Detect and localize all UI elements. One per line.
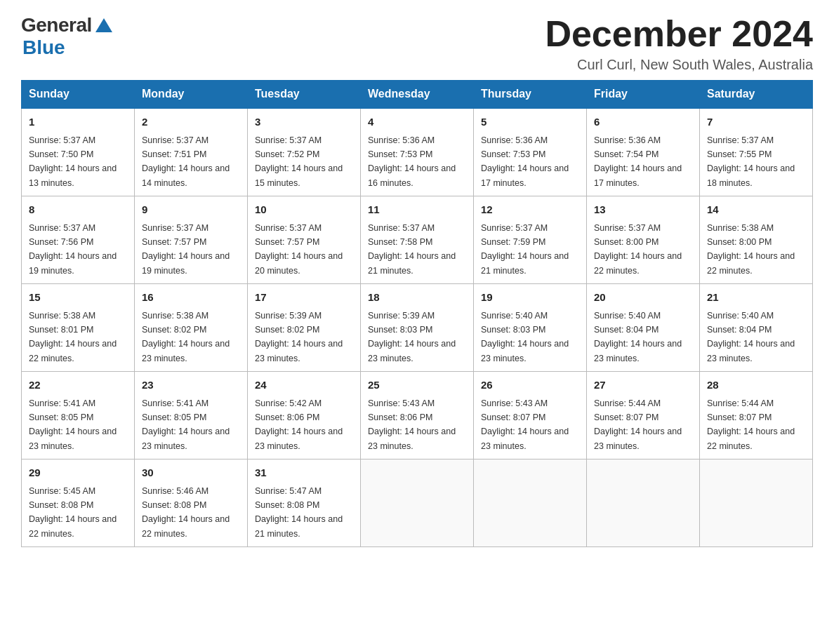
day-info: Sunrise: 5:37 AMSunset: 7:57 PMDaylight:… xyxy=(142,223,230,276)
page-header: General Blue December 2024 Curl Curl, Ne… xyxy=(21,14,813,73)
day-number: 22 xyxy=(29,377,127,394)
calendar-cell: 8Sunrise: 5:37 AMSunset: 7:56 PMDaylight… xyxy=(22,196,135,284)
day-info: Sunrise: 5:47 AMSunset: 8:08 PMDaylight:… xyxy=(255,486,343,539)
day-number: 27 xyxy=(594,377,692,394)
day-number: 12 xyxy=(481,202,579,218)
day-info: Sunrise: 5:44 AMSunset: 8:07 PMDaylight:… xyxy=(707,398,795,451)
calendar-cell xyxy=(474,459,587,547)
day-info: Sunrise: 5:40 AMSunset: 8:04 PMDaylight:… xyxy=(707,311,795,363)
calendar-cell: 3Sunrise: 5:37 AMSunset: 7:52 PMDaylight… xyxy=(248,108,361,196)
day-number: 18 xyxy=(368,290,466,306)
day-info: Sunrise: 5:37 AMSunset: 7:56 PMDaylight:… xyxy=(29,223,117,276)
header-tuesday: Tuesday xyxy=(248,81,361,109)
calendar-cell: 14Sunrise: 5:38 AMSunset: 8:00 PMDayligh… xyxy=(700,196,813,284)
calendar-cell: 17Sunrise: 5:39 AMSunset: 8:02 PMDayligh… xyxy=(248,284,361,372)
calendar-cell: 24Sunrise: 5:42 AMSunset: 8:06 PMDayligh… xyxy=(248,372,361,459)
day-info: Sunrise: 5:42 AMSunset: 8:06 PMDaylight:… xyxy=(255,398,343,451)
day-number: 7 xyxy=(707,114,805,130)
week-row-1: 1Sunrise: 5:37 AMSunset: 7:50 PMDaylight… xyxy=(22,108,813,196)
day-info: Sunrise: 5:37 AMSunset: 8:00 PMDaylight:… xyxy=(594,223,682,276)
calendar-cell: 11Sunrise: 5:37 AMSunset: 7:58 PMDayligh… xyxy=(361,196,474,284)
day-number: 19 xyxy=(481,290,579,306)
day-info: Sunrise: 5:45 AMSunset: 8:08 PMDaylight:… xyxy=(29,486,117,539)
day-info: Sunrise: 5:36 AMSunset: 7:54 PMDaylight:… xyxy=(594,135,682,188)
calendar-cell: 28Sunrise: 5:44 AMSunset: 8:07 PMDayligh… xyxy=(700,372,813,459)
header-monday: Monday xyxy=(135,81,248,109)
weekday-header-row: SundayMondayTuesdayWednesdayThursdayFrid… xyxy=(22,81,813,109)
day-info: Sunrise: 5:38 AMSunset: 8:00 PMDaylight:… xyxy=(707,223,795,276)
header-wednesday: Wednesday xyxy=(361,81,474,109)
day-number: 10 xyxy=(255,202,353,218)
calendar-cell: 29Sunrise: 5:45 AMSunset: 8:08 PMDayligh… xyxy=(22,459,135,547)
day-number: 21 xyxy=(707,290,805,306)
calendar-cell: 26Sunrise: 5:43 AMSunset: 8:07 PMDayligh… xyxy=(474,372,587,459)
calendar-cell: 2Sunrise: 5:37 AMSunset: 7:51 PMDaylight… xyxy=(135,108,248,196)
day-number: 13 xyxy=(594,202,692,218)
day-info: Sunrise: 5:44 AMSunset: 8:07 PMDaylight:… xyxy=(594,398,682,451)
location-subtitle: Curl Curl, New South Wales, Australia xyxy=(545,57,813,73)
day-number: 15 xyxy=(29,290,127,306)
day-number: 25 xyxy=(368,377,466,394)
day-info: Sunrise: 5:41 AMSunset: 8:05 PMDaylight:… xyxy=(29,398,117,451)
day-number: 3 xyxy=(255,114,353,130)
calendar-cell: 25Sunrise: 5:43 AMSunset: 8:06 PMDayligh… xyxy=(361,372,474,459)
day-info: Sunrise: 5:39 AMSunset: 8:03 PMDaylight:… xyxy=(368,311,456,363)
calendar-cell: 23Sunrise: 5:41 AMSunset: 8:05 PMDayligh… xyxy=(135,372,248,459)
calendar-cell xyxy=(700,459,813,547)
day-number: 16 xyxy=(142,290,240,306)
calendar-cell: 1Sunrise: 5:37 AMSunset: 7:50 PMDaylight… xyxy=(22,108,135,196)
day-number: 5 xyxy=(481,114,579,130)
title-section: December 2024 Curl Curl, New South Wales… xyxy=(545,14,813,73)
day-info: Sunrise: 5:41 AMSunset: 8:05 PMDaylight:… xyxy=(142,398,230,451)
logo: General Blue xyxy=(21,14,112,59)
calendar-cell: 13Sunrise: 5:37 AMSunset: 8:00 PMDayligh… xyxy=(587,196,700,284)
calendar-cell: 15Sunrise: 5:38 AMSunset: 8:01 PMDayligh… xyxy=(22,284,135,372)
calendar-cell xyxy=(587,459,700,547)
calendar-cell: 9Sunrise: 5:37 AMSunset: 7:57 PMDaylight… xyxy=(135,196,248,284)
calendar-cell: 30Sunrise: 5:46 AMSunset: 8:08 PMDayligh… xyxy=(135,459,248,547)
calendar-cell: 22Sunrise: 5:41 AMSunset: 8:05 PMDayligh… xyxy=(22,372,135,459)
day-number: 26 xyxy=(481,377,579,394)
week-row-5: 29Sunrise: 5:45 AMSunset: 8:08 PMDayligh… xyxy=(22,459,813,547)
day-info: Sunrise: 5:46 AMSunset: 8:08 PMDaylight:… xyxy=(142,486,230,539)
day-info: Sunrise: 5:43 AMSunset: 8:06 PMDaylight:… xyxy=(368,398,456,451)
day-number: 6 xyxy=(594,114,692,130)
calendar-cell: 12Sunrise: 5:37 AMSunset: 7:59 PMDayligh… xyxy=(474,196,587,284)
calendar-cell: 5Sunrise: 5:36 AMSunset: 7:53 PMDaylight… xyxy=(474,108,587,196)
calendar-cell: 7Sunrise: 5:37 AMSunset: 7:55 PMDaylight… xyxy=(700,108,813,196)
day-number: 17 xyxy=(255,290,353,306)
calendar-cell: 10Sunrise: 5:37 AMSunset: 7:57 PMDayligh… xyxy=(248,196,361,284)
day-info: Sunrise: 5:43 AMSunset: 8:07 PMDaylight:… xyxy=(481,398,569,451)
calendar-table: SundayMondayTuesdayWednesdayThursdayFrid… xyxy=(21,80,813,547)
day-info: Sunrise: 5:37 AMSunset: 7:58 PMDaylight:… xyxy=(368,223,456,276)
week-row-2: 8Sunrise: 5:37 AMSunset: 7:56 PMDaylight… xyxy=(22,196,813,284)
day-info: Sunrise: 5:38 AMSunset: 8:01 PMDaylight:… xyxy=(29,311,117,363)
calendar-cell: 18Sunrise: 5:39 AMSunset: 8:03 PMDayligh… xyxy=(361,284,474,372)
calendar-cell xyxy=(361,459,474,547)
logo-general-text: General xyxy=(21,14,92,36)
day-info: Sunrise: 5:37 AMSunset: 7:55 PMDaylight:… xyxy=(707,135,795,188)
day-number: 14 xyxy=(707,202,805,218)
day-number: 9 xyxy=(142,202,240,218)
day-info: Sunrise: 5:40 AMSunset: 8:04 PMDaylight:… xyxy=(594,311,682,363)
day-info: Sunrise: 5:37 AMSunset: 7:51 PMDaylight:… xyxy=(142,135,230,188)
day-number: 4 xyxy=(368,114,466,130)
day-info: Sunrise: 5:37 AMSunset: 7:50 PMDaylight:… xyxy=(29,135,117,188)
week-row-3: 15Sunrise: 5:38 AMSunset: 8:01 PMDayligh… xyxy=(22,284,813,372)
day-number: 2 xyxy=(142,114,240,130)
day-number: 28 xyxy=(707,377,805,394)
calendar-cell: 6Sunrise: 5:36 AMSunset: 7:54 PMDaylight… xyxy=(587,108,700,196)
header-saturday: Saturday xyxy=(700,81,813,109)
calendar-cell: 27Sunrise: 5:44 AMSunset: 8:07 PMDayligh… xyxy=(587,372,700,459)
day-info: Sunrise: 5:39 AMSunset: 8:02 PMDaylight:… xyxy=(255,311,343,363)
day-number: 24 xyxy=(255,377,353,394)
day-info: Sunrise: 5:36 AMSunset: 7:53 PMDaylight:… xyxy=(368,135,456,188)
month-title: December 2024 xyxy=(545,14,813,54)
calendar-cell: 20Sunrise: 5:40 AMSunset: 8:04 PMDayligh… xyxy=(587,284,700,372)
day-number: 8 xyxy=(29,202,127,218)
calendar-cell: 21Sunrise: 5:40 AMSunset: 8:04 PMDayligh… xyxy=(700,284,813,372)
week-row-4: 22Sunrise: 5:41 AMSunset: 8:05 PMDayligh… xyxy=(22,372,813,459)
calendar-cell: 19Sunrise: 5:40 AMSunset: 8:03 PMDayligh… xyxy=(474,284,587,372)
day-number: 20 xyxy=(594,290,692,306)
day-number: 11 xyxy=(368,202,466,218)
